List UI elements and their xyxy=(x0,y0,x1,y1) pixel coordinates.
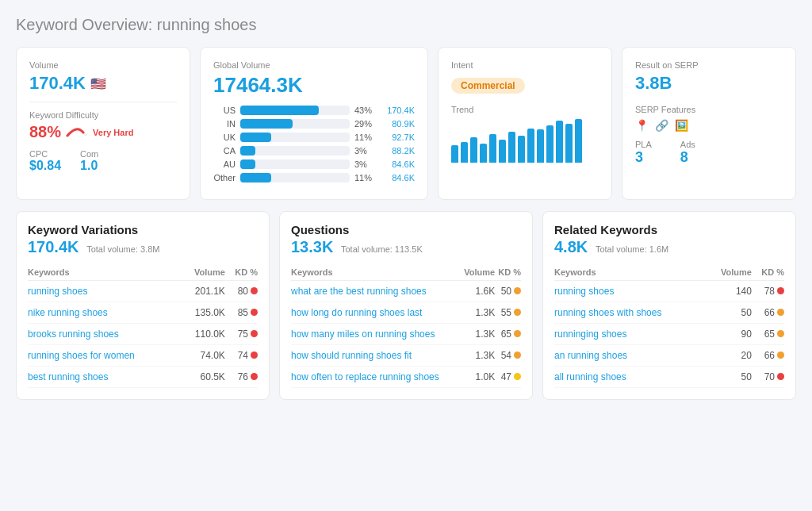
table-row: best running shoes 60.5K 76 xyxy=(28,367,258,388)
bar-val: 92.7K xyxy=(381,133,415,142)
kd-value: 88% Very Hard xyxy=(29,123,177,141)
kw-link[interactable]: runninging shoes xyxy=(554,328,626,340)
kv-table: Keywords Volume KD % running shoes 201.1… xyxy=(28,264,258,388)
pla-ads-row: PLA 3 Ads 8 xyxy=(635,140,783,166)
kd-dot xyxy=(251,352,258,359)
bar-track xyxy=(240,133,350,142)
kw-vol: 74.0K xyxy=(181,345,225,367)
bar-fill xyxy=(240,159,255,169)
kw-link[interactable]: an running shoes xyxy=(554,350,627,361)
kw-vol: 50 xyxy=(707,367,752,388)
kw-link[interactable]: running shoes with shoes xyxy=(554,307,661,318)
kw-link[interactable]: how often to replace running shoes xyxy=(291,371,439,382)
table-row: brooks running shoes 110.0K 75 xyxy=(28,324,258,345)
kw-link[interactable]: nike running shoes xyxy=(28,307,108,318)
kd-dot xyxy=(777,309,784,316)
kw-link[interactable]: best running shoes xyxy=(28,371,108,382)
kv-col-volume: Volume xyxy=(181,264,225,281)
bar-pct: 29% xyxy=(354,119,377,129)
bar-fill xyxy=(240,119,293,129)
kw-link[interactable]: how long do running shoes last xyxy=(291,307,422,318)
kd-dot xyxy=(514,352,521,359)
kd-dot xyxy=(777,287,784,294)
bar-fill xyxy=(240,133,271,142)
kv-meta: Total volume: 3.8M xyxy=(86,244,159,254)
rk-meta: Total volume: 1.6M xyxy=(596,244,668,254)
table-row: running shoes with shoes 50 66 xyxy=(554,302,784,324)
kw-kd: 47 xyxy=(495,367,521,388)
bar-val: 170.4K xyxy=(381,106,415,115)
bar-val: 80.9K xyxy=(381,119,415,129)
cpc-label: CPC xyxy=(29,149,61,159)
pla-item: PLA 3 xyxy=(635,140,652,166)
rk-col-kd: KD % xyxy=(752,264,784,281)
q-section-title: Questions xyxy=(291,223,521,236)
table-row: how long do running shoes last 1.3K 55 xyxy=(291,302,521,324)
serp-label: Result on SERP xyxy=(635,60,783,70)
volume-value: 170.4K xyxy=(29,73,86,94)
trend-bar xyxy=(537,129,544,163)
kw-link[interactable]: running shoes for women xyxy=(28,350,135,361)
bar-val: 84.6K xyxy=(381,159,415,169)
related-keywords-card: Related Keywords 4.8K Total volume: 1.6M… xyxy=(542,211,796,400)
kv-count: 170.4K xyxy=(28,238,79,256)
bar-pct: 3% xyxy=(354,159,377,169)
ads-value: 8 xyxy=(680,149,695,166)
kw-kd: 66 xyxy=(752,345,784,367)
table-row: running shoes for women 74.0K 74 xyxy=(28,345,258,367)
kw-link[interactable]: all running shoes xyxy=(554,371,626,382)
kw-vol: 1.3K xyxy=(460,324,495,345)
trend-bar xyxy=(451,145,458,163)
com-label: Com xyxy=(80,149,98,159)
kd-dot xyxy=(251,330,258,337)
table-row: an running shoes 20 66 xyxy=(554,345,784,367)
trend-bar xyxy=(518,136,525,163)
intent-card: Intent Commercial Trend xyxy=(438,47,612,200)
kd-dot xyxy=(514,330,521,337)
bar-country: Other xyxy=(213,173,236,182)
gv-label: Global Volume xyxy=(213,60,415,70)
serp-value: 3.8B xyxy=(635,73,783,94)
bar-country: US xyxy=(213,106,236,115)
bar-row: CA 3% 88.2K xyxy=(213,146,415,156)
intent-badge: Commercial xyxy=(451,78,525,94)
trend-bar xyxy=(546,125,553,163)
q-count: 13.3K xyxy=(291,238,333,256)
keyword-variations-card: Keyword Variations 170.4K Total volume: … xyxy=(16,211,270,400)
gv-value: 17464.3K xyxy=(213,73,415,98)
pla-value: 3 xyxy=(635,149,652,166)
bar-track xyxy=(240,146,350,156)
bar-country: UK xyxy=(213,133,236,142)
bar-fill xyxy=(240,106,319,115)
bar-row: US 43% 170.4K xyxy=(213,106,415,115)
kw-link[interactable]: what are the best running shoes xyxy=(291,286,427,297)
bar-row: UK 11% 92.7K xyxy=(213,133,415,142)
kw-kd: 70 xyxy=(752,367,784,388)
image-icon: 🖼️ xyxy=(675,119,688,132)
kw-vol: 20 xyxy=(707,345,752,367)
q-col-keywords: Keywords xyxy=(291,264,460,281)
trend-bar xyxy=(470,137,477,163)
bar-pct: 11% xyxy=(354,133,377,142)
volume-card: Volume 170.4K 🇺🇸 Keyword Difficulty 88% … xyxy=(16,47,190,200)
kw-link[interactable]: brooks running shoes xyxy=(28,328,119,340)
kd-dot xyxy=(777,330,784,337)
kw-link[interactable]: running shoes xyxy=(554,286,614,297)
rk-table: Keywords Volume KD % running shoes 140 7… xyxy=(554,264,784,388)
pla-label: PLA xyxy=(635,140,652,149)
rk-col-keywords: Keywords xyxy=(554,264,707,281)
kw-link[interactable]: how should running shoes fit xyxy=(291,350,412,361)
bar-pct: 43% xyxy=(354,106,377,115)
bar-country: CA xyxy=(213,146,236,156)
kw-vol: 1.3K xyxy=(460,302,495,324)
kw-link[interactable]: how many miles on running shoes xyxy=(291,328,435,340)
q-col-kd: KD % xyxy=(495,264,521,281)
table-row: all running shoes 50 70 xyxy=(554,367,784,388)
kd-dot xyxy=(514,287,521,294)
table-row: running shoes 201.1K 80 xyxy=(28,281,258,302)
kw-link[interactable]: running shoes xyxy=(28,286,87,297)
questions-card: Questions 13.3K Total volume: 113.5K Key… xyxy=(279,211,533,400)
kw-kd: 85 xyxy=(225,302,258,324)
bar-fill xyxy=(240,146,255,156)
bar-country: AU xyxy=(213,159,236,169)
